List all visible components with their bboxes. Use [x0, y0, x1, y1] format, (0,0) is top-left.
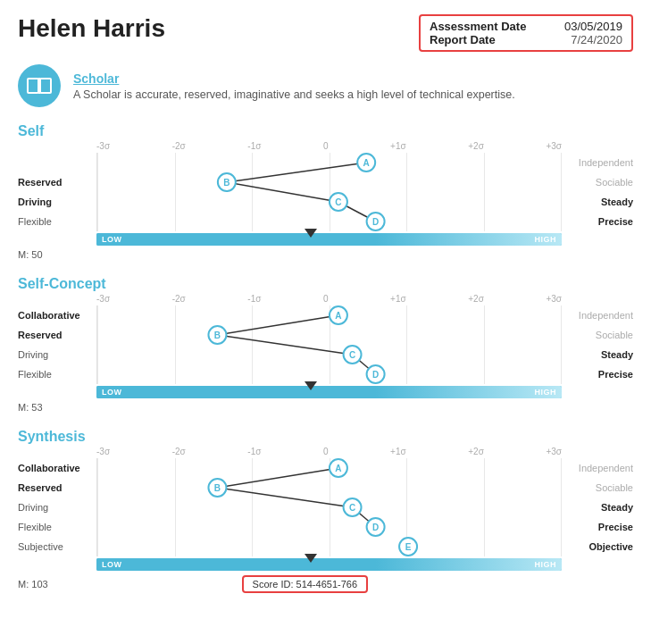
grid-line: [484, 345, 485, 364]
grid-line: [484, 364, 485, 384]
axis-labels: -3σ-2σ-1σ0+1σ+2σ+3σ: [18, 294, 633, 304]
grid-line: [561, 153, 562, 172]
grid-line: [252, 305, 253, 325]
grid-line: [330, 305, 330, 325]
grid-line: [330, 537, 330, 556]
grid-line: [175, 192, 176, 212]
row-plot-area: [96, 517, 562, 537]
bottom-row: M: 50: [18, 247, 633, 260]
row-plot-area: [96, 212, 562, 231]
row-plot-area: [96, 305, 562, 325]
grid-line: [252, 192, 253, 212]
row-label-right: Independent: [562, 310, 633, 321]
chart-rows-synthesis: CollaborativeIndependentReservedSociable…: [18, 458, 633, 556]
grid-line: [97, 498, 98, 517]
chart-rows-self-concept: CollaborativeIndependentReservedSociable…: [18, 305, 633, 384]
grid-line: [252, 458, 253, 478]
grid-line: [97, 364, 98, 384]
assessment-info-box: Assessment Date 03/05/2019 Report Date 7…: [419, 14, 633, 52]
chart-row: ReservedSociable: [18, 172, 633, 192]
section-title-self-concept: Self-Concept: [18, 276, 633, 292]
grid-line: [406, 212, 407, 231]
scale-triangle: [305, 381, 317, 390]
grid-line: [330, 153, 330, 172]
grid-line: [97, 517, 98, 537]
row-label-right: Independent: [562, 463, 633, 473]
grid-line: [97, 305, 98, 325]
assessment-date-row: Assessment Date 03/05/2019: [430, 20, 622, 33]
grid-line: [406, 478, 407, 498]
chart-row: SubjectiveObjective: [18, 537, 633, 556]
grid-line: [97, 345, 98, 364]
grid-line: [330, 498, 330, 517]
grid-line: [406, 325, 407, 345]
chart-row: FlexiblePrecise: [18, 212, 633, 231]
grid-line: [561, 537, 562, 556]
grid-line: [252, 478, 253, 498]
scholar-text: Scholar A Scholar is accurate, reserved,…: [73, 71, 515, 101]
row-label-right: Precise: [562, 216, 633, 227]
row-label-left: Driving: [18, 197, 96, 207]
charts-container: Self-3σ-2σ-1σ0+1σ+2σ+3σIndependentReserv…: [18, 123, 633, 593]
bottom-row: M: 103Score ID: 514-4651-766: [18, 573, 633, 593]
grid-line: [175, 364, 176, 384]
grid-line: [406, 153, 407, 172]
grid-line: [484, 192, 485, 212]
chart-row: DrivingSteady: [18, 345, 633, 364]
scale-triangle: [305, 554, 317, 563]
grid-line: [484, 153, 485, 172]
row-label-left: Collaborative: [18, 310, 96, 321]
grid-line: [406, 517, 407, 537]
row-label-left: Flexible: [18, 216, 96, 227]
grid-line: [252, 345, 253, 364]
scale-high-label: HIGH: [535, 235, 557, 244]
grid-line: [330, 212, 330, 231]
grid-line: [561, 192, 562, 212]
grid-line: [97, 458, 98, 478]
row-label-right: Precise: [562, 369, 633, 380]
grid-line: [484, 478, 485, 498]
row-plot-area: [96, 325, 562, 345]
scale-bar-inner: LOWHIGH: [96, 386, 562, 398]
row-plot-area: [96, 478, 562, 498]
section-self: Self-3σ-2σ-1σ0+1σ+2σ+3σIndependentReserv…: [18, 123, 633, 260]
grid-line: [252, 325, 253, 345]
row-plot-area: [96, 345, 562, 364]
grid-line: [561, 305, 562, 325]
chart-row: CollaborativeIndependent: [18, 458, 633, 478]
scale-bar-wrapper: LOWHIGH: [18, 558, 633, 571]
row-plot-area: [96, 153, 562, 172]
chart-row: Independent: [18, 153, 633, 172]
scale-high-label: HIGH: [535, 560, 557, 569]
scale-bar-wrapper: LOWHIGH: [18, 233, 633, 246]
grid-line: [406, 345, 407, 364]
scale-low-label: LOW: [102, 388, 122, 397]
m-label: M: 53: [18, 402, 43, 413]
row-label-left: Reserved: [18, 330, 96, 340]
grid-line: [175, 537, 176, 556]
row-plot-area: [96, 172, 562, 192]
chart-rows-self: IndependentReservedSociableDrivingSteady…: [18, 153, 633, 231]
bottom-row: M: 53: [18, 400, 633, 413]
grid-line: [252, 153, 253, 172]
svg-rect-1: [40, 79, 51, 93]
grid-line: [175, 517, 176, 537]
grid-line: [561, 478, 562, 498]
patient-name: Helen Harris: [18, 14, 165, 43]
grid-line: [484, 172, 485, 192]
scale-bar-inner: LOWHIGH: [96, 233, 562, 246]
chart-row: FlexiblePrecise: [18, 517, 633, 537]
scale-triangle: [305, 229, 317, 238]
row-label-right: Steady: [562, 502, 633, 513]
grid-line: [97, 325, 98, 345]
grid-line: [406, 498, 407, 517]
grid-line: [484, 517, 485, 537]
row-label-left: Reserved: [18, 482, 96, 493]
grid-line: [484, 325, 485, 345]
grid-line: [561, 517, 562, 537]
row-label-left: Subjective: [18, 541, 96, 552]
scholar-section: Scholar A Scholar is accurate, reserved,…: [18, 64, 633, 107]
grid-line: [406, 305, 407, 325]
grid-line: [561, 212, 562, 231]
grid-line: [252, 517, 253, 537]
